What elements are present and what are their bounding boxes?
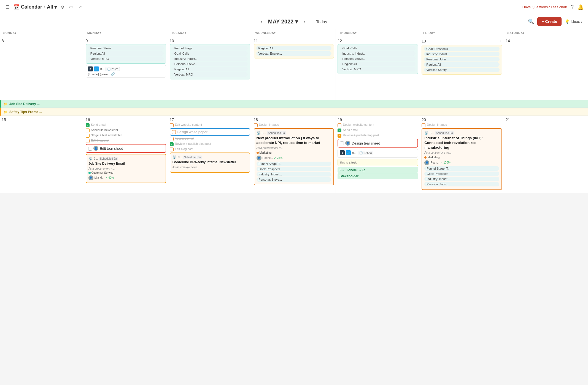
chip-vertical-mro2: Vertical: MRO [172, 72, 248, 77]
todo-design-images-18[interactable]: Design images [254, 123, 334, 127]
todo-edit-blog-16[interactable]: Edit blog post [86, 139, 166, 143]
filter-icon[interactable]: ⊘ [60, 3, 65, 11]
checkbox-approve-email[interactable] [170, 137, 174, 141]
checkbox-design-website-19[interactable] [338, 123, 341, 127]
ideas-button[interactable]: 💡 Ideas › [565, 19, 582, 24]
checkbox-white-paper[interactable] [172, 130, 176, 134]
bell-icon[interactable]: 🔔 [578, 4, 584, 10]
todo-design-website-19[interactable]: Design website content [338, 123, 418, 127]
sched-author-18: 👤 Rodne... ✓ 75% [257, 156, 331, 161]
stakeholder-card-19[interactable]: Stakeholder [338, 173, 418, 179]
sched-tag-20: Marketing [424, 156, 439, 159]
checkbox-edit-blog-17[interactable] [170, 148, 174, 151]
have-questions-link[interactable]: Have Questions? Let's chat! [522, 5, 567, 9]
today-button[interactable]: Today [316, 19, 327, 24]
day-num-20: 20 [422, 117, 502, 122]
sched-header-20: 📡 B... Scheduled 9a [424, 131, 499, 135]
chip-persona-steve: Persona: Steve... [88, 46, 164, 50]
todo-stage-test[interactable]: Stage + test newsletter [86, 133, 166, 138]
avatar-design-tear-sheet: 👤 [345, 141, 350, 146]
checkbox-schedule-newsletter[interactable] [86, 129, 90, 132]
event-card-fri13[interactable]: Goal: Prospects Industry: Indust... Pers… [422, 45, 502, 75]
add-icon-fri13[interactable]: + [500, 39, 502, 44]
stakeholder-label-19[interactable]: E... Schedul... 3p [338, 167, 418, 173]
social-label: B... [100, 67, 105, 71]
job-site-span-row[interactable]: 📁 Job Site Delivery ... [0, 100, 588, 108]
prev-month-button[interactable]: ‹ [261, 19, 263, 25]
todo-review-publish-19[interactable]: ✓ Review + publish blog post [338, 133, 418, 138]
nav-title: 📅 Calendar / All ▾ [13, 4, 57, 10]
scheduled-card-17[interactable]: 📡 N... Scheduled 8a Borderline Bi-Weekly… [170, 153, 250, 173]
day-headers: SUNDAY MONDAY TUESDAY WEDNESDAY THURSDAY… [0, 29, 588, 37]
twitter-icon-19: 🐦 [346, 150, 351, 155]
create-button[interactable]: + Create [537, 17, 562, 26]
checkbox-edit-website[interactable] [170, 123, 174, 127]
todo-review-publish[interactable]: ✓ Review + publish blog post [170, 142, 250, 146]
checkbox-send-email[interactable]: ✓ [86, 123, 90, 127]
chip-vertical-mro3: Vertical: MRO [340, 67, 416, 71]
share-icon[interactable]: ↗ [77, 3, 83, 11]
cal-header: ‹ MAY 2022 ▾ › Today 🔍 + Create 💡 Ideas … [0, 14, 588, 29]
sched-label-17: N... [178, 156, 182, 159]
social-event-mon9[interactable]: B 🐦 B... 🕐 2:22p {how-to} {perm... 🔗 [86, 65, 166, 77]
todo-send-email-16[interactable]: ✓ Send email [86, 123, 166, 127]
scheduled-card-16[interactable]: 📡 E... Scheduled 9a Job Site Delivery Em… [86, 154, 166, 183]
todo-schedule-newsletter-label: Schedule newsletter [91, 128, 118, 132]
checkbox-edit-tear-sheet[interactable] [88, 147, 92, 151]
checkbox-design-images-18[interactable] [254, 123, 258, 127]
todo-approve-email[interactable]: Approve email [170, 137, 250, 141]
todo-edit-blog-17[interactable]: Edit blog post [170, 147, 250, 151]
todo-review-publish-label: Review + publish blog post [175, 142, 211, 145]
chip-persona-20: Persona: John ... [424, 182, 499, 186]
checkbox-review-publish[interactable]: ✓ [170, 142, 174, 146]
day-11: 11 Region: All Vertical: Energy... [252, 37, 336, 100]
todo-send-email-label: Send email [91, 123, 106, 126]
twitter-icon: 🐦 [94, 66, 99, 71]
monitor-icon[interactable]: ▭ [68, 3, 74, 11]
todo-edit-website-label: Edit website content [175, 123, 202, 126]
social-event-19[interactable]: B 🐦 B... 🕐 10:56a [338, 149, 418, 158]
todo-design-images-20[interactable]: Design images [422, 123, 502, 127]
cal-month-label[interactable]: MAY 2022 ▾ [268, 18, 298, 25]
event-card-wed11[interactable]: Region: All Vertical: Energy... [254, 44, 334, 58]
chips-18: Funnel Stage: T... Goal: Prospects Indus… [257, 162, 331, 183]
test-note-text: this is a test. [340, 161, 357, 164]
event-card-thu12[interactable]: Goal: Calls Industry: Indust... Persona:… [338, 44, 418, 74]
sched-label-20: B... [430, 132, 434, 135]
checkbox-review-publish-19[interactable]: ✓ [338, 134, 341, 138]
design-tear-sheet-card[interactable]: 👤 Design tear sheet [338, 139, 418, 148]
todo-design-images-20-label: Design images [427, 123, 447, 126]
safety-tips-span-row[interactable]: 📁 Safety Tips Promo ... [0, 108, 588, 116]
checkbox-design-tear-sheet[interactable] [340, 141, 344, 145]
hamburger-menu[interactable]: ☰ [4, 3, 10, 11]
edit-tear-sheet-card[interactable]: 👤 Edit tear sheet [86, 144, 166, 153]
checkbox-send-email-19[interactable]: ✓ [338, 129, 341, 132]
scheduled-card-20[interactable]: 📡 B... Scheduled 9a Industrial Internet … [422, 128, 502, 190]
checkbox-stage-test[interactable] [86, 134, 90, 138]
todo-edit-blog-17-label: Edit blog post [175, 147, 193, 151]
bset-icon-19: B [340, 150, 345, 155]
edit-tear-sheet-inner: 👤 Edit tear sheet [88, 146, 164, 151]
todo-send-email-19[interactable]: ✓ Send email [338, 128, 418, 132]
event-card-mon9[interactable]: Persona: Steve... Region: All Vertical: … [86, 44, 166, 64]
chip-region-all4: Region: All [340, 62, 416, 66]
todo-edit-website[interactable]: Edit website content [170, 123, 250, 127]
checkbox-design-images-20[interactable] [422, 123, 425, 127]
chip-vertical-safety: Vertical: Safety [424, 68, 500, 72]
author-name-16: Mia M... [95, 176, 104, 179]
bset-icon: B [88, 66, 93, 71]
sched-desc-17: As an employee-ow... [172, 166, 247, 169]
event-card-tue10[interactable]: Funnel Stage: ... Goal: Calls Industry: … [170, 44, 250, 79]
todo-design-images-18-label: Design images [259, 123, 279, 126]
day-9: 9 Persona: Steve... Region: All Vertical… [84, 37, 168, 100]
header-friday: FRIDAY [420, 29, 504, 37]
nav-all[interactable]: All ▾ [47, 4, 57, 10]
checkbox-edit-blog[interactable] [86, 139, 90, 143]
design-white-paper-card[interactable]: Design white paper [170, 128, 250, 136]
sched-tag-18: Marketing [257, 151, 272, 154]
next-month-button[interactable]: › [303, 19, 305, 25]
search-button[interactable]: 🔍 [528, 18, 534, 25]
scheduled-card-18[interactable]: 📡 B... Scheduled 9a New product introduc… [254, 128, 334, 185]
todo-schedule-newsletter[interactable]: Schedule newsletter [86, 128, 166, 132]
help-icon[interactable]: ? [571, 4, 574, 10]
